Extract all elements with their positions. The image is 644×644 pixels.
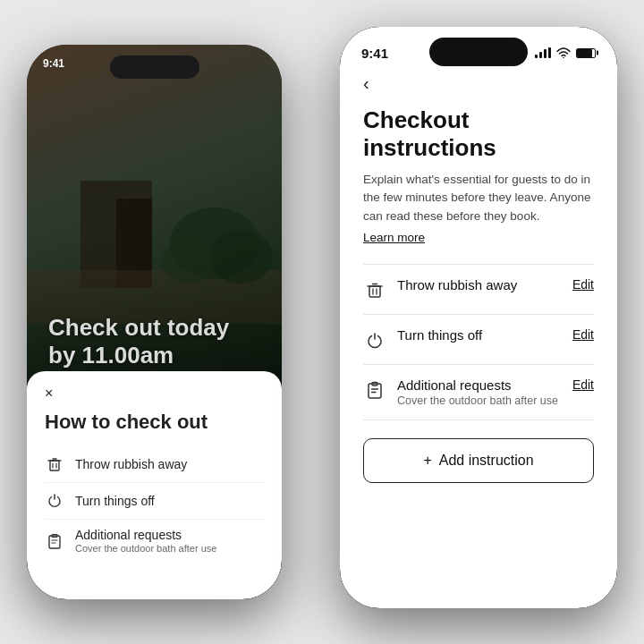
- power-icon: [45, 491, 64, 511]
- right-main-content: ‹ Checkout instructions Explain what's e…: [340, 66, 617, 608]
- bg-landscape: [27, 127, 282, 324]
- left-status-time: 9:41: [43, 57, 64, 70]
- left-screen: 9:41 Check out t: [27, 45, 282, 599]
- clipboard-icon: [45, 531, 64, 551]
- checkout-today-text: Check out today by 11.00am: [48, 314, 229, 369]
- clipboard-icon-instr3: [363, 378, 386, 402]
- instruction-3-text: Additional requests Cover the outdoor ba…: [397, 377, 562, 407]
- instruction-1-text: Throw rubbish away: [397, 277, 562, 292]
- add-plus-icon: +: [423, 453, 431, 469]
- svg-rect-2: [116, 199, 152, 288]
- instruction-3-sub: Cover the outdoor bath after use: [397, 394, 562, 407]
- svg-point-16: [563, 57, 564, 58]
- svg-rect-7: [50, 461, 59, 470]
- svg-rect-17: [369, 286, 380, 297]
- instruction-2-edit-button[interactable]: Edit: [572, 327, 594, 342]
- wifi-icon: [556, 47, 571, 58]
- add-instruction-label: Add instruction: [439, 453, 534, 469]
- add-instruction-button[interactable]: + Add instruction: [363, 438, 594, 483]
- sheet-item-3: Additional requests Cover the outdoor ba…: [45, 520, 264, 562]
- trash-icon-instr1: [363, 278, 386, 301]
- page-description: Explain what's essential for guests to d…: [363, 171, 594, 225]
- instruction-3-label: Additional requests: [397, 377, 562, 393]
- instruction-2-text: Turn things off: [397, 327, 562, 343]
- instruction-2-label: Turn things off: [397, 327, 562, 343]
- instruction-item-1: Throw rubbish away Edit: [363, 264, 594, 314]
- signal-icon: [535, 47, 551, 58]
- sheet-title: How to check out: [45, 411, 264, 434]
- instruction-3-edit-button[interactable]: Edit: [572, 377, 594, 392]
- right-status-icons: [535, 47, 596, 58]
- sheet-item-2-content: Turn things off: [75, 494, 264, 508]
- left-notch: [110, 55, 199, 79]
- trash-icon: [45, 454, 64, 474]
- svg-point-5: [210, 230, 273, 284]
- sheet-item-2-label: Turn things off: [75, 494, 264, 508]
- phone-right: 9:41: [340, 27, 617, 608]
- sheet-item-2: Turn things off: [45, 483, 264, 520]
- learn-more-link[interactable]: Learn more: [363, 231, 425, 244]
- sheet-close-button[interactable]: ×: [45, 386, 264, 402]
- sheet-item-1-label: Throw rubbish away: [75, 457, 264, 471]
- phone-left: 9:41 Check out t: [27, 45, 282, 599]
- battery-icon: [576, 48, 596, 58]
- instruction-item-2: Turn things off Edit: [363, 314, 594, 364]
- right-status-time: 9:41: [361, 46, 388, 61]
- right-screen: 9:41: [340, 27, 617, 608]
- power-icon-instr2: [363, 328, 386, 352]
- svg-point-6: [161, 239, 215, 284]
- left-bg-image: Check out today by 11.00am: [27, 45, 282, 405]
- sheet-item-3-label: Additional requests: [75, 528, 264, 542]
- sheet-item-3-sub: Cover the outdoor bath after use: [75, 543, 264, 554]
- page-title: Checkout instructions: [363, 106, 594, 162]
- sheet-item-3-content: Additional requests Cover the outdoor ba…: [75, 528, 264, 554]
- sheet-item-1: Throw rubbish away: [45, 446, 264, 483]
- bottom-sheet: × How to check out Throw ru: [27, 371, 282, 599]
- instruction-1-edit-button[interactable]: Edit: [572, 277, 594, 292]
- scene: 9:41 Check out t: [0, 0, 644, 644]
- dynamic-island: [429, 38, 528, 66]
- back-button[interactable]: ‹: [363, 73, 369, 94]
- instruction-item-3: Additional requests Cover the outdoor ba…: [363, 364, 594, 420]
- instruction-1-label: Throw rubbish away: [397, 277, 562, 292]
- sheet-item-1-content: Throw rubbish away: [75, 457, 264, 471]
